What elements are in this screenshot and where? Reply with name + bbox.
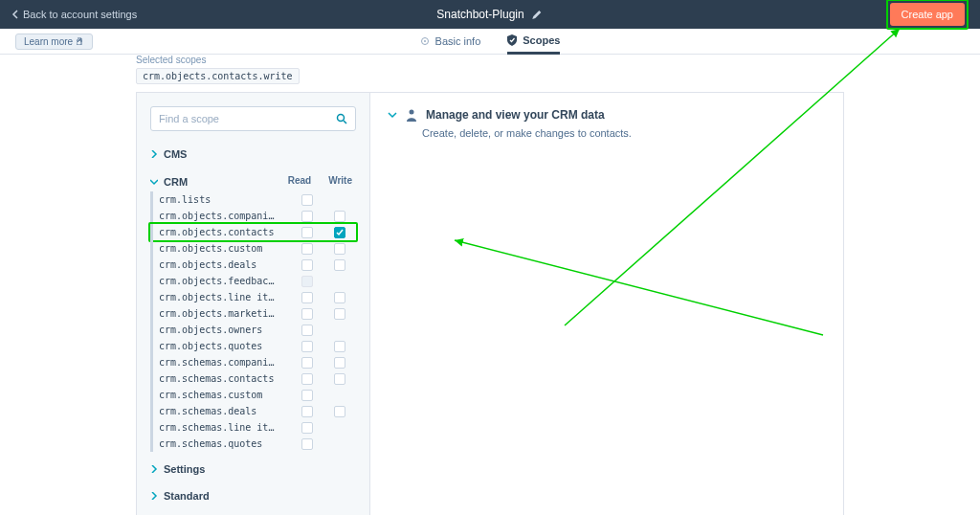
scope-checkbox[interactable] <box>301 406 313 417</box>
category-cms-toggle[interactable]: CMS <box>150 145 356 164</box>
scope-checkbox[interactable] <box>334 341 345 352</box>
scope-detail-panel: Manage and view your CRM data Create, de… <box>370 93 843 515</box>
category-settings-toggle[interactable]: Settings <box>150 459 356 479</box>
scope-detail-header: Manage and view your CRM data <box>388 108 826 122</box>
create-button-highlight: Create app <box>886 0 969 30</box>
scope-row-indent <box>150 338 153 354</box>
shield-icon <box>507 34 517 46</box>
scope-checkbox[interactable] <box>301 259 313 271</box>
scope-checkbox[interactable] <box>301 357 313 369</box>
chevron-down-icon[interactable] <box>388 110 397 120</box>
scope-checkbox[interactable] <box>334 227 345 238</box>
scopes-list-panel: CMS CRM Read Write crm.listscrm.objects.… <box>137 93 370 515</box>
scope-name: crm.objects.owners <box>159 325 291 335</box>
scope-checkbox[interactable] <box>334 373 345 385</box>
scope-checkbox[interactable] <box>334 259 345 271</box>
scope-checkbox[interactable] <box>301 211 313 222</box>
scope-checkbox[interactable] <box>301 227 313 238</box>
scope-checkbox[interactable] <box>301 341 313 352</box>
category-standard-toggle[interactable]: Standard <box>150 486 356 505</box>
create-app-button[interactable]: Create app <box>890 3 965 26</box>
svg-point-3 <box>338 115 345 122</box>
scope-name: crm.objects.custom <box>159 243 291 254</box>
category-standard: Standard <box>150 486 356 505</box>
scope-row-indent <box>150 322 153 338</box>
scope-row-indent <box>150 387 153 403</box>
scope-checkbox[interactable] <box>301 325 313 336</box>
scope-name: crm.schemas.compani… <box>159 357 291 368</box>
chevron-left-icon <box>11 10 19 19</box>
scope-row: crm.objects.quotes <box>150 338 356 354</box>
scope-name: crm.schemas.line_it… <box>159 422 291 433</box>
scope-checkbox[interactable] <box>301 438 313 450</box>
scope-checkbox[interactable] <box>301 292 313 303</box>
selected-scopes-section: Selected scopes crm.objects.contacts.wri… <box>136 55 844 92</box>
scope-name: crm.objects.feedbac… <box>159 276 291 286</box>
selected-scope-chip: crm.objects.contacts.write <box>136 68 300 84</box>
scope-row-indent <box>150 403 153 419</box>
scope-checkbox <box>301 276 313 287</box>
tab-basic-info[interactable]: Basic info <box>420 29 481 55</box>
person-icon <box>405 108 418 122</box>
scope-checkbox[interactable] <box>334 243 345 255</box>
category-cms-label: CMS <box>164 148 187 160</box>
category-crm-toggle[interactable]: CRM Read Write <box>150 171 356 191</box>
tab-scopes-label: Scopes <box>523 34 560 46</box>
tab-scopes[interactable]: Scopes <box>507 29 560 55</box>
category-crm: CRM Read Write crm.listscrm.objects.comp… <box>150 171 356 452</box>
scope-checkbox[interactable] <box>301 390 313 401</box>
scope-name: crm.schemas.deals <box>159 406 291 416</box>
chevron-right-icon <box>150 465 158 473</box>
scope-name: crm.lists <box>159 194 291 205</box>
app-title: Snatchbot-Plugin <box>436 8 523 21</box>
learn-more-button[interactable]: Learn more <box>15 34 93 50</box>
chevron-down-icon <box>150 178 158 186</box>
back-to-settings-label: Back to account settings <box>23 9 137 20</box>
scope-row: crm.objects.compani… <box>150 208 356 224</box>
svg-line-4 <box>344 121 346 123</box>
svg-point-2 <box>424 40 426 42</box>
scope-row: crm.objects.marketi… <box>150 305 356 322</box>
scope-row: crm.objects.custom <box>150 240 356 257</box>
scope-row: crm.schemas.deals <box>150 403 356 419</box>
top-bar: Back to account settings Snatchbot-Plugi… <box>0 0 980 29</box>
scope-checkbox[interactable] <box>301 243 313 255</box>
scope-row: crm.schemas.quotes <box>150 436 356 452</box>
scope-name: crm.objects.compani… <box>159 211 291 221</box>
app-title-wrap: Snatchbot-Plugin <box>436 8 543 21</box>
scope-checkbox[interactable] <box>334 406 345 417</box>
scope-name: crm.objects.line_it… <box>159 292 291 302</box>
scope-detail-title: Manage and view your CRM data <box>426 108 605 122</box>
col-write-label: Write <box>328 175 352 186</box>
tab-basic-info-label: Basic info <box>435 35 481 47</box>
category-cms: CMS <box>150 145 356 164</box>
category-standard-label: Standard <box>164 490 210 502</box>
scope-row-indent <box>150 208 153 224</box>
scope-row: crm.objects.owners <box>150 322 356 338</box>
scope-row: crm.schemas.contacts <box>150 370 356 387</box>
scope-checkbox[interactable] <box>301 422 313 434</box>
scope-detail-desc: Create, delete, or make changes to conta… <box>422 127 826 139</box>
learn-more-label: Learn more <box>24 36 73 47</box>
scope-checkbox[interactable] <box>301 373 313 385</box>
scope-name: crm.schemas.contacts <box>159 373 291 384</box>
scope-checkbox[interactable] <box>301 308 313 320</box>
scope-checkbox[interactable] <box>334 308 345 320</box>
selected-scopes-heading: Selected scopes <box>136 55 844 65</box>
scope-search[interactable] <box>150 106 356 131</box>
scope-row: crm.objects.deals <box>150 257 356 273</box>
external-link-icon <box>77 37 84 45</box>
back-to-settings-link[interactable]: Back to account settings <box>11 9 137 20</box>
pencil-icon[interactable] <box>532 9 544 20</box>
scope-checkbox[interactable] <box>301 194 313 206</box>
scope-row-indent <box>150 289 153 305</box>
scope-checkbox[interactable] <box>334 292 345 303</box>
scope-search-input[interactable] <box>159 113 336 124</box>
content-area: Selected scopes crm.objects.contacts.wri… <box>0 55 980 515</box>
scope-row: crm.lists <box>150 191 356 208</box>
scope-checkbox[interactable] <box>334 211 345 222</box>
chevron-right-icon <box>150 492 158 500</box>
scope-name: crm.objects.contacts <box>159 227 291 237</box>
scopes-panel: CMS CRM Read Write crm.listscrm.objects.… <box>136 92 844 515</box>
scope-checkbox[interactable] <box>334 357 345 369</box>
